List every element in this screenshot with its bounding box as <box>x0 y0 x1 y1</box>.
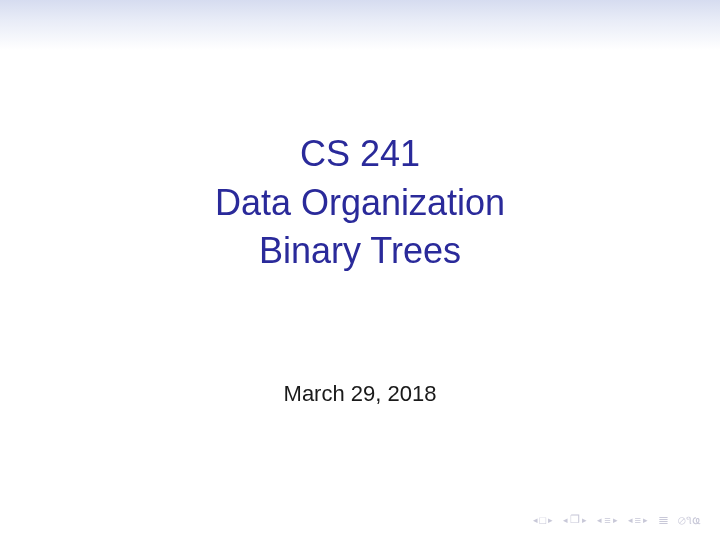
nav-next-icon: ▸ <box>548 515 553 525</box>
nav-refresh-button[interactable]: ⊘૧ҩ <box>678 513 700 527</box>
nav-prev-icon: ◂ <box>628 515 633 525</box>
nav-prev-icon: ◂ <box>597 515 602 525</box>
nav-next-icon: ▸ <box>613 515 618 525</box>
nav-section-icon: ❐ <box>570 513 580 526</box>
beamer-nav-bar: ◂ □ ▸ ◂ ❐ ▸ ◂ ≡ ▸ ◂ ≡ ▸ ≣ ⊘૧ҩ <box>533 512 701 527</box>
nav-subsection-icon: ≡ <box>604 514 610 526</box>
presentation-date: March 29, 2018 <box>284 381 437 407</box>
nav-frame-group[interactable]: ◂ □ ▸ <box>533 514 554 526</box>
back-icon: ≣ <box>658 512 668 527</box>
nav-subsection-group[interactable]: ◂ ≡ ▸ <box>597 514 617 526</box>
refresh-icon: ⊘૧ҩ <box>678 513 700 527</box>
nav-next-icon: ▸ <box>643 515 648 525</box>
nav-prev-icon: ◂ <box>563 515 568 525</box>
nav-item-group[interactable]: ◂ ≡ ▸ <box>628 514 648 526</box>
title-line-2: Data Organization <box>215 179 505 228</box>
title-block: CS 241 Data Organization Binary Trees <box>215 130 505 276</box>
nav-item-icon: ≡ <box>635 514 641 526</box>
slide-content: CS 241 Data Organization Binary Trees Ma… <box>0 0 720 541</box>
nav-frame-icon: □ <box>540 514 547 526</box>
nav-prev-icon: ◂ <box>533 515 538 525</box>
title-line-1: CS 241 <box>215 130 505 179</box>
title-line-3: Binary Trees <box>215 227 505 276</box>
nav-section-group[interactable]: ◂ ❐ ▸ <box>563 513 587 526</box>
nav-next-icon: ▸ <box>582 515 587 525</box>
nav-back-button[interactable]: ≣ <box>658 512 668 527</box>
